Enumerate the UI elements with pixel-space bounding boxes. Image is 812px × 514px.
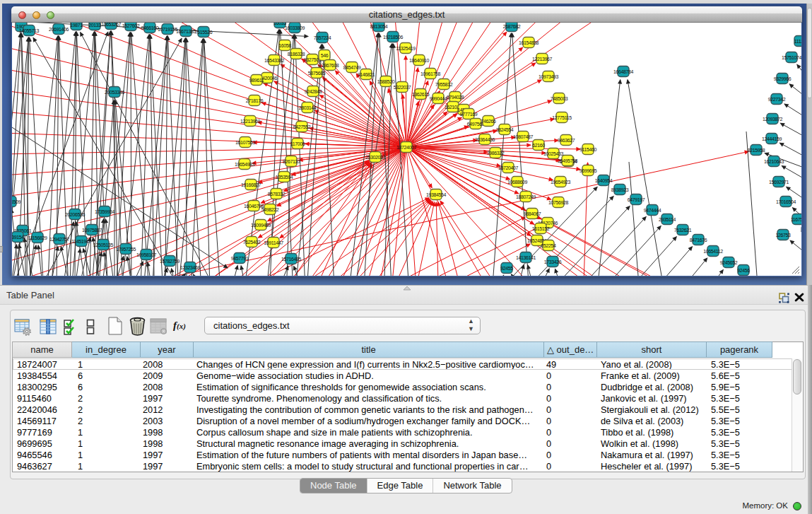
- svg-text:8466160: 8466160: [141, 25, 159, 30]
- svg-text:12444159: 12444159: [762, 136, 782, 141]
- svg-text:746266: 746266: [481, 119, 496, 124]
- svg-text:19166827: 19166827: [241, 182, 261, 187]
- svg-text:9245652: 9245652: [720, 260, 738, 265]
- svg-text:10807487: 10807487: [513, 134, 533, 139]
- svg-text:17016504: 17016504: [776, 199, 796, 204]
- svg-text:9242848: 9242848: [305, 89, 322, 94]
- svg-text:16911447: 16911447: [264, 240, 283, 245]
- svg-text:8267110: 8267110: [283, 159, 300, 164]
- svg-text:11125: 11125: [794, 39, 801, 44]
- svg-text:62160: 62160: [532, 143, 545, 148]
- svg-text:10025433: 10025433: [543, 151, 563, 156]
- svg-text:11156829: 11156829: [28, 235, 47, 240]
- svg-text:2718176: 2718176: [246, 98, 264, 103]
- svg-text:1640954: 1640954: [595, 178, 613, 183]
- svg-text:5875685: 5875685: [308, 71, 326, 76]
- svg-text:19218506: 19218506: [383, 35, 403, 40]
- svg-text:989611: 989611: [249, 78, 264, 83]
- svg-text:12323468: 12323468: [180, 265, 200, 270]
- svg-text:16033809: 16033809: [285, 25, 305, 30]
- svg-text:12093872: 12093872: [763, 117, 782, 122]
- svg-text:12505135: 12505135: [93, 243, 113, 247]
- svg-text:16210643: 16210643: [764, 159, 784, 164]
- svg-text:25302033: 25302033: [365, 155, 385, 160]
- svg-text:92455: 92455: [500, 266, 513, 271]
- svg-text:16107553: 16107553: [235, 140, 255, 145]
- svg-text:12775115: 12775115: [552, 115, 572, 120]
- svg-text:1362615: 1362615: [412, 92, 430, 97]
- svg-text:10688609: 10688609: [507, 180, 527, 185]
- svg-text:9227342: 9227342: [768, 97, 786, 102]
- svg-text:19384554: 19384554: [426, 192, 446, 197]
- svg-text:7986322: 7986322: [487, 151, 505, 156]
- svg-text:252254: 252254: [541, 243, 556, 248]
- svg-text:20364436: 20364436: [475, 137, 495, 142]
- svg-text:25266509: 25266509: [12, 199, 20, 204]
- svg-text:20206536: 20206536: [65, 212, 85, 217]
- svg-text:12942757: 12942757: [49, 237, 69, 242]
- svg-text:19654983: 19654983: [235, 162, 254, 167]
- svg-text:18724007: 18724007: [396, 145, 416, 150]
- svg-text:1733426: 1733426: [544, 259, 562, 264]
- svg-text:16782759: 16782759: [160, 259, 180, 264]
- svg-text:16648784: 16648784: [613, 69, 633, 74]
- svg-text:16543382: 16543382: [264, 58, 284, 63]
- svg-text:7625402: 7625402: [243, 240, 261, 245]
- svg-text:9884067: 9884067: [524, 211, 541, 216]
- svg-text:7955812: 7955812: [435, 82, 453, 87]
- svg-text:117006: 117006: [290, 141, 305, 146]
- svg-text:20053346: 20053346: [105, 90, 124, 95]
- svg-text:7357224: 7357224: [314, 35, 331, 40]
- svg-text:116753: 116753: [791, 217, 801, 222]
- svg-text:10975887: 10975887: [82, 228, 102, 233]
- svg-text:25495758: 25495758: [558, 158, 577, 163]
- svg-text:8454749: 8454749: [343, 65, 361, 70]
- svg-text:9474444: 9474444: [644, 208, 661, 213]
- svg-text:11325419: 11325419: [396, 46, 416, 51]
- svg-text:16671385: 16671385: [176, 29, 196, 34]
- svg-text:16099489: 16099489: [251, 223, 271, 228]
- svg-text:9115460: 9115460: [579, 147, 596, 152]
- svg-text:8578332: 8578332: [268, 192, 286, 197]
- svg-text:9463627: 9463627: [558, 138, 575, 143]
- svg-text:18807249: 18807249: [516, 194, 536, 199]
- svg-text:7632621: 7632621: [674, 228, 692, 233]
- svg-text:1588520: 1588520: [377, 79, 395, 84]
- svg-text:546: 546: [321, 53, 329, 58]
- svg-text:14136141: 14136141: [516, 255, 536, 260]
- svg-text:6479197: 6479197: [628, 197, 645, 202]
- svg-text:14055713: 14055713: [19, 28, 39, 33]
- svg-text:20133: 20133: [88, 23, 101, 28]
- svg-text:9777169: 9777169: [460, 112, 478, 117]
- svg-text:1353594: 1353594: [276, 175, 293, 180]
- svg-text:39154: 39154: [12, 235, 24, 240]
- svg-text:20691406: 20691406: [49, 27, 69, 32]
- svg-text:17957255: 17957255: [116, 247, 136, 252]
- svg-text:10654112: 10654112: [703, 249, 723, 254]
- svg-text:2935114: 2935114: [659, 217, 676, 222]
- svg-text:6794028: 6794028: [447, 95, 464, 100]
- svg-text:92456: 92456: [737, 268, 750, 273]
- svg-text:9146821: 9146821: [358, 72, 375, 77]
- svg-text:15720407: 15720407: [498, 165, 518, 170]
- svg-text:9457791: 9457791: [231, 256, 249, 261]
- svg-text:9329966: 9329966: [774, 76, 792, 81]
- svg-text:8938923: 8938923: [611, 187, 629, 192]
- svg-text:15692971: 15692971: [769, 180, 789, 185]
- svg-text:10958107: 10958107: [136, 252, 156, 257]
- svg-text:10961758: 10961758: [420, 71, 440, 76]
- svg-text:5498222: 5498222: [261, 207, 279, 212]
- svg-text:19654923: 19654923: [551, 180, 570, 185]
- svg-text:126753: 126753: [776, 233, 791, 238]
- svg-text:9699695: 9699695: [579, 168, 597, 173]
- svg-text:10756928: 10756928: [548, 200, 568, 205]
- svg-text:10973493: 10973493: [539, 74, 558, 79]
- svg-text:12213969: 12213969: [240, 119, 260, 124]
- svg-text:16154838: 16154838: [519, 40, 539, 45]
- svg-text:17359934: 17359934: [95, 209, 114, 214]
- svg-text:18640910: 18640910: [409, 58, 429, 63]
- svg-text:8427552: 8427552: [293, 124, 311, 129]
- svg-text:7485003: 7485003: [551, 96, 568, 101]
- svg-text:11451947: 11451947: [71, 239, 91, 244]
- svg-text:1527602: 1527602: [122, 23, 140, 28]
